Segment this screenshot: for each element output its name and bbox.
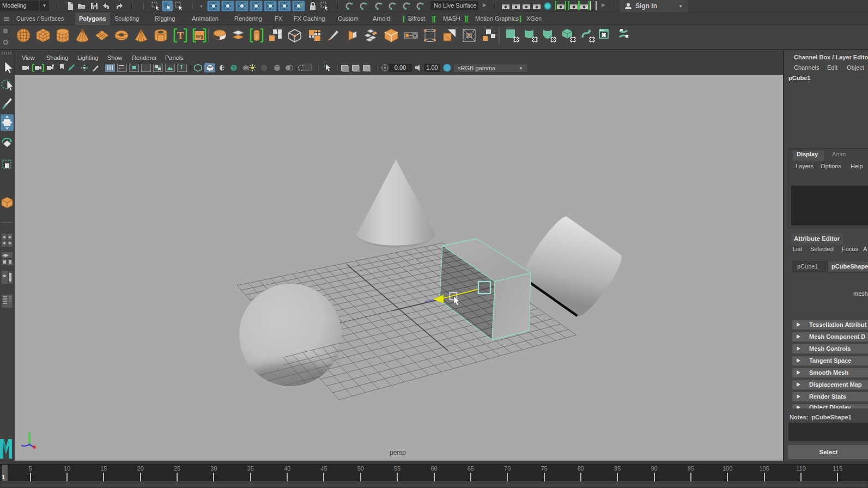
svg-text:svg: svg: [196, 34, 203, 39]
svg-text:persp: persp: [390, 449, 406, 456]
svg-text:T: T: [177, 30, 184, 41]
